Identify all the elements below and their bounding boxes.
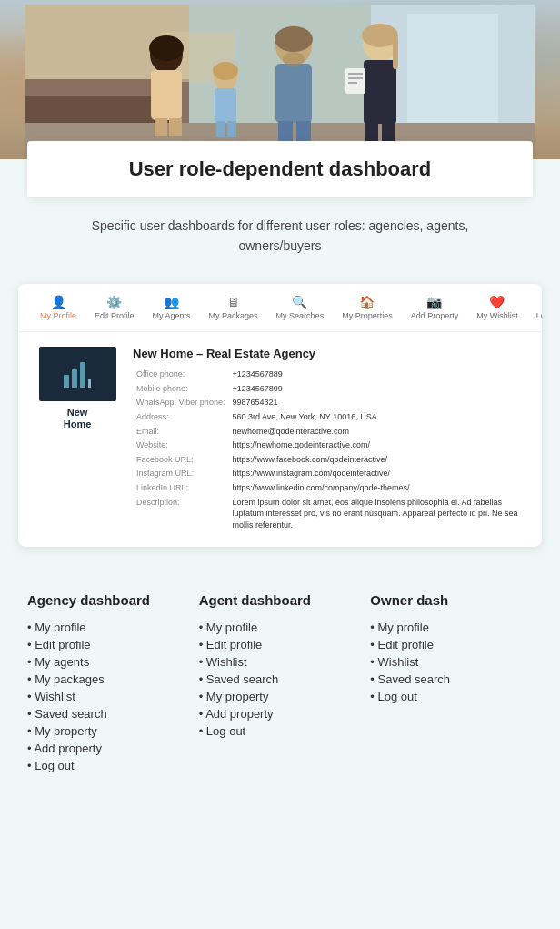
nav-add-property[interactable]: 📷 Add Property (404, 291, 466, 324)
hero-image (0, 0, 560, 159)
info-row: Office phone:+1234567889 (133, 368, 524, 382)
svg-point-15 (213, 62, 238, 80)
svg-rect-10 (155, 118, 167, 136)
searches-icon: 🔍 (292, 295, 307, 309)
page-title: User role-dependent dashboard (64, 157, 496, 181)
profile-content: New Home New Home – Real Estate Agency O… (18, 332, 542, 547)
list-item: My property (199, 688, 362, 705)
info-table: Office phone:+1234567889Mobile phone:+12… (133, 368, 524, 532)
list-item: Saved search (27, 705, 190, 722)
list-item: Wishlist (199, 653, 362, 671)
bar1 (64, 375, 69, 388)
list-item: My property (27, 722, 190, 740)
profile-icon: 👤 (51, 295, 66, 309)
info-row: Facebook URL:https://www.facebook.com/qo… (133, 452, 524, 467)
edit-icon: ⚙️ (106, 295, 122, 309)
bar2 (72, 369, 77, 388)
agency-dashboard-col: Agency dashboard My profileEdit profileM… (27, 592, 190, 774)
nav-edit-profile[interactable]: ⚙️ Edit Profile (87, 291, 142, 324)
logo-section: New Home (36, 347, 118, 532)
wishlist-icon: ❤️ (489, 295, 505, 309)
info-row: Instagram URL:https://www.instagram.com/… (133, 467, 524, 481)
add-property-icon: 📷 (426, 295, 442, 309)
bar4 (88, 379, 91, 388)
list-item: My profile (370, 619, 533, 636)
svg-rect-5 (407, 14, 498, 132)
info-row: Address:560 3rd Ave, New York, NY 10016,… (133, 410, 524, 425)
subtitle-text: Specific user dashboards for different u… (55, 216, 505, 257)
info-row: Email:newhome@qodeinteractive.com (133, 424, 524, 439)
nav-my-packages[interactable]: 🖥 My Packages (202, 291, 265, 324)
agency-title: New Home – Real Estate Agency (133, 347, 524, 360)
svg-rect-22 (296, 121, 311, 141)
logo-text: New Home (64, 407, 92, 430)
nav-bar: 👤 My Profile ⚙️ Edit Profile 👥 My Agents… (18, 284, 542, 332)
bar3 (80, 362, 85, 388)
list-item: Add property (199, 705, 362, 722)
properties-icon: 🏠 (359, 295, 375, 309)
svg-rect-16 (216, 121, 225, 137)
packages-icon: 🖥 (227, 295, 240, 309)
svg-rect-27 (393, 37, 398, 69)
info-row: Description:Lorem ipsum dolor sit amet, … (133, 495, 524, 532)
list-item: Log out (370, 688, 533, 705)
info-row: WhatsApp, Viber phone:9987654321 (133, 396, 524, 410)
list-item: Edit profile (370, 636, 533, 653)
agency-list: My profileEdit profileMy agentsMy packag… (27, 619, 190, 774)
agent-col-title: Agent dashboard (199, 592, 362, 608)
list-item: Saved search (199, 671, 362, 688)
nav-my-profile[interactable]: 👤 My Profile (33, 291, 84, 324)
info-row: Website:https://newhome.qodeinteractive.… (133, 439, 524, 453)
list-item: Wishlist (27, 688, 190, 705)
list-item: My agents (27, 653, 190, 671)
svg-rect-11 (169, 118, 182, 136)
svg-point-20 (275, 26, 313, 52)
svg-point-23 (283, 52, 305, 66)
agency-logo (39, 347, 116, 401)
owner-list: My profileEdit profileWishlistSaved sear… (370, 619, 533, 705)
svg-rect-14 (215, 88, 236, 123)
list-item: My profile (27, 619, 190, 636)
title-section: User role-dependent dashboard (27, 141, 533, 197)
list-item: My packages (27, 671, 190, 688)
svg-rect-21 (278, 121, 293, 141)
list-item: Wishlist (370, 653, 533, 671)
list-item: My profile (199, 619, 362, 636)
owner-col-title: Owner dash (370, 592, 533, 608)
nav-my-wishlist[interactable]: ❤️ My Wishlist (469, 291, 525, 324)
list-item: Log out (199, 722, 362, 740)
subtitle-section: Specific user dashboards for different u… (0, 197, 560, 275)
agent-dashboard-col: Agent dashboard My profileEdit profileWi… (199, 592, 362, 774)
nav-my-properties[interactable]: 🏠 My Properties (335, 291, 400, 324)
owner-dashboard-col: Owner dash My profileEdit profileWishlis… (370, 592, 533, 774)
list-item: Edit profile (27, 636, 190, 653)
list-item: Add property (27, 740, 190, 757)
columns-section: Agency dashboard My profileEdit profileM… (0, 565, 560, 802)
svg-rect-33 (348, 82, 357, 84)
svg-rect-25 (364, 60, 396, 124)
nav-my-agents[interactable]: 👥 My Agents (145, 291, 198, 324)
nav-log-out[interactable]: ↩ Log Out (529, 291, 542, 324)
svg-rect-30 (345, 68, 365, 94)
agents-icon: 👥 (164, 295, 179, 309)
svg-rect-9 (151, 70, 182, 120)
svg-rect-31 (348, 73, 363, 75)
svg-rect-29 (382, 122, 395, 141)
list-item: Log out (27, 757, 190, 774)
svg-rect-28 (365, 122, 378, 141)
svg-rect-19 (275, 64, 312, 123)
dashboard-mockup: 👤 My Profile ⚙️ Edit Profile 👥 My Agents… (18, 284, 542, 547)
info-row: LinkedIn URL:https://www.linkedin.com/co… (133, 481, 524, 496)
agency-info: New Home – Real Estate Agency Office pho… (133, 347, 524, 532)
nav-my-searches[interactable]: 🔍 My Searches (269, 291, 332, 324)
svg-rect-7 (25, 96, 171, 123)
list-item: Saved search (370, 671, 533, 688)
svg-rect-32 (348, 77, 363, 79)
list-item: Edit profile (199, 636, 362, 653)
logo-bars (64, 360, 91, 388)
info-row: Mobile phone:+1234567899 (133, 381, 524, 396)
agent-list: My profileEdit profileWishlistSaved sear… (199, 619, 362, 740)
svg-rect-17 (227, 121, 236, 137)
agency-col-title: Agency dashboard (27, 592, 190, 608)
svg-point-12 (149, 35, 184, 61)
